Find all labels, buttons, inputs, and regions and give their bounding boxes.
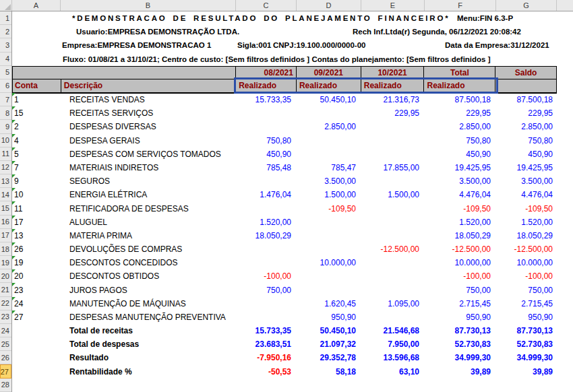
- value-cell[interactable]: 1.476,04: [236, 188, 297, 201]
- value-cell[interactable]: 450,90: [425, 148, 496, 161]
- row-header-20[interactable]: 20: [0, 269, 11, 283]
- descricao-cell[interactable]: DESPESAS COM SERVIÇOS TOMADOS: [61, 148, 236, 161]
- value-cell[interactable]: 21.316,73: [361, 93, 425, 106]
- descricao-cell[interactable]: MATERIAIS INDIRETOS: [61, 161, 236, 174]
- row-header-1[interactable]: 1: [0, 11, 11, 25]
- value-cell[interactable]: 950,90: [425, 311, 496, 324]
- total-header[interactable]: Total: [424, 67, 495, 79]
- value-cell[interactable]: 21.097,32: [297, 337, 361, 351]
- value-cell[interactable]: 34.999,30: [496, 351, 557, 364]
- report-title-row[interactable]: *DEMONSTRACAO DE RESULTADO DO PLANEJAMEN…: [12, 11, 573, 25]
- value-cell[interactable]: -109,50: [496, 201, 557, 215]
- select-all-button[interactable]: [0, 0, 12, 11]
- descricao-cell[interactable]: DESPESA GERAIS: [61, 134, 236, 148]
- value-cell[interactable]: 950,90: [496, 311, 557, 324]
- conta-cell[interactable]: 24: [12, 297, 61, 311]
- value-cell[interactable]: 52.730,83: [425, 337, 496, 351]
- value-cell[interactable]: [361, 283, 425, 296]
- period-header[interactable]: 09/2021: [297, 67, 361, 79]
- value-cell[interactable]: 87.500,18: [425, 93, 496, 106]
- conta-cell[interactable]: 5: [12, 148, 61, 161]
- value-cell[interactable]: 229,95: [496, 106, 557, 120]
- value-cell[interactable]: 1.520,00: [236, 216, 297, 229]
- value-cell[interactable]: 1.520,00: [425, 216, 496, 229]
- value-cell[interactable]: [361, 216, 425, 229]
- value-cell[interactable]: 229,95: [425, 106, 496, 120]
- value-cell[interactable]: -100,00: [236, 269, 297, 283]
- value-cell[interactable]: 15.733,35: [236, 93, 297, 106]
- value-cell[interactable]: 87.500,18: [496, 93, 557, 106]
- row-header-13[interactable]: 13: [0, 174, 11, 188]
- row-header-23[interactable]: 23: [0, 311, 11, 324]
- value-cell[interactable]: [361, 148, 425, 161]
- value-cell[interactable]: 2.850,00: [496, 120, 557, 133]
- value-cell[interactable]: [297, 106, 361, 120]
- descricao-cell[interactable]: DESCONTOS CONCEDIDOS: [61, 256, 236, 269]
- descricao-cell[interactable]: ALUGUEL: [61, 216, 236, 229]
- value-cell[interactable]: [236, 311, 297, 324]
- value-cell[interactable]: 3.500,00: [496, 174, 557, 188]
- value-cell[interactable]: 4.476,04: [425, 188, 496, 201]
- value-cell[interactable]: 18.050,29: [425, 229, 496, 242]
- conta-cell[interactable]: 9: [12, 174, 61, 188]
- column-header-g[interactable]: G: [496, 0, 557, 11]
- saldo-header[interactable]: Saldo: [495, 67, 556, 79]
- realizado-header[interactable]: Realizado: [424, 79, 495, 92]
- row-header-19[interactable]: 19: [0, 256, 11, 269]
- value-cell[interactable]: 10.000,00: [496, 256, 557, 269]
- conta-cell[interactable]: 1: [12, 93, 61, 106]
- value-cell[interactable]: 87.730,13: [425, 324, 496, 337]
- value-cell[interactable]: 2.715,45: [425, 297, 496, 311]
- value-cell[interactable]: 63,10: [361, 365, 425, 379]
- conta-cell[interactable]: 2: [12, 120, 61, 133]
- value-cell[interactable]: [297, 148, 361, 161]
- value-cell[interactable]: 15.733,35: [236, 324, 297, 337]
- row-header-11[interactable]: 11: [0, 148, 11, 161]
- value-cell[interactable]: 229,95: [361, 106, 425, 120]
- total-label-cell[interactable]: Total de receitas: [61, 324, 236, 337]
- value-cell[interactable]: 13.596,68: [361, 351, 425, 364]
- conta-cell[interactable]: 26: [12, 242, 61, 256]
- value-cell[interactable]: 1.500,00: [297, 188, 361, 201]
- value-cell[interactable]: 19.425,95: [425, 161, 496, 174]
- user-info-row[interactable]: Usuario:EMPRESA DEMONSTRAÇÃO LTDA. Rech …: [12, 25, 573, 38]
- value-cell[interactable]: [236, 297, 297, 311]
- value-cell[interactable]: 1.095,00: [361, 297, 425, 311]
- total-label-cell[interactable]: Total de despesas: [61, 337, 236, 351]
- value-cell[interactable]: 750,80: [425, 134, 496, 148]
- value-cell[interactable]: 750,80: [496, 134, 557, 148]
- value-cell[interactable]: [236, 201, 297, 215]
- value-cell[interactable]: [361, 134, 425, 148]
- value-cell[interactable]: [361, 229, 425, 242]
- descricao-cell[interactable]: JUROS PAGOS: [61, 283, 236, 296]
- value-cell[interactable]: 3.500,00: [425, 174, 496, 188]
- column-header-f[interactable]: F: [425, 0, 496, 11]
- value-cell[interactable]: [361, 174, 425, 188]
- descricao-cell[interactable]: RETIFICADORA DE DESPESAS: [61, 201, 236, 215]
- value-cell[interactable]: 750,80: [236, 134, 297, 148]
- row-header-5[interactable]: 5: [0, 66, 11, 79]
- realizado-header[interactable]: Realizado: [361, 79, 425, 92]
- descricao-cell[interactable]: DESPESAS MANUTENÇÃO PREVENTIVA: [61, 311, 236, 324]
- value-cell[interactable]: [236, 242, 297, 256]
- value-cell[interactable]: 785,48: [236, 161, 297, 174]
- row-header-15[interactable]: 15: [0, 201, 11, 215]
- value-cell[interactable]: 950,90: [297, 311, 361, 324]
- conta-cell[interactable]: 20: [12, 269, 61, 283]
- total-label-cell[interactable]: Rentabilidade %: [61, 365, 236, 379]
- header-spacer[interactable]: [13, 67, 236, 79]
- value-cell[interactable]: 4.476,04: [496, 188, 557, 201]
- empty-conta-cell[interactable]: [12, 337, 61, 351]
- conta-cell[interactable]: 4: [12, 134, 61, 148]
- column-header-b[interactable]: B: [61, 0, 236, 11]
- company-info-row[interactable]: Empresa:EMPRESA DEMONSTRACAO 1 Sigla:001…: [12, 38, 573, 52]
- value-cell[interactable]: 23.683,51: [236, 337, 297, 351]
- row-header-2[interactable]: 2: [0, 25, 11, 38]
- value-cell[interactable]: [297, 283, 361, 296]
- value-cell[interactable]: -12.500,00: [361, 242, 425, 256]
- saldo-subheader-empty[interactable]: [495, 79, 556, 92]
- value-cell[interactable]: 2.850,00: [425, 120, 496, 133]
- value-cell[interactable]: -12.500,00: [425, 242, 496, 256]
- value-cell[interactable]: [297, 229, 361, 242]
- row-header-9[interactable]: 9: [0, 120, 11, 133]
